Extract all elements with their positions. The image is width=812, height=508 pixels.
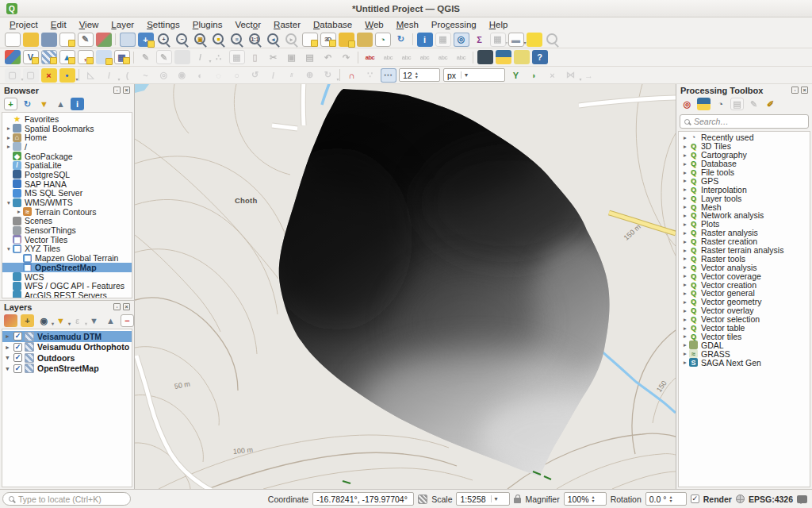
processing-python-button[interactable] bbox=[697, 98, 710, 110]
cut-features-button[interactable]: ✂ bbox=[266, 50, 282, 64]
lock-scale-icon[interactable] bbox=[514, 498, 521, 503]
zoom-native-resolution-button[interactable]: 1:1 bbox=[247, 33, 263, 47]
current-edits-button[interactable]: ✎ bbox=[138, 50, 154, 64]
toolbox-group[interactable]: ▸ ◔ Recently used bbox=[679, 133, 810, 142]
processing-history-button[interactable]: ◔ bbox=[714, 98, 727, 110]
zoom-in-button[interactable]: + bbox=[156, 33, 172, 47]
expander-icon[interactable]: ▸ bbox=[5, 134, 13, 141]
layer-labeling-single-button[interactable]: abc bbox=[381, 50, 396, 64]
expander-icon[interactable]: ▸ bbox=[681, 316, 689, 323]
toolbox-group[interactable]: ▸ GDAL bbox=[679, 341, 810, 349]
expander-icon[interactable]: ▸ bbox=[681, 177, 689, 184]
grass-tools-button[interactable] bbox=[514, 50, 530, 64]
cad-tools-button[interactable]: ◺ bbox=[83, 68, 99, 83]
browser-item[interactable]: ▸ ≈ Terrain Contours bbox=[2, 207, 132, 217]
browser-item[interactable]: ▸ Spatial Bookmarks bbox=[2, 124, 132, 133]
expander-icon[interactable]: ▸ bbox=[681, 194, 689, 202]
zoom-to-selection-button[interactable]: ■ bbox=[211, 33, 227, 47]
toolbox-group[interactable]: ▸ Q Vector analysis bbox=[679, 263, 810, 271]
menu-item[interactable]: Database bbox=[307, 19, 358, 30]
browser-item[interactable]: WCS bbox=[2, 272, 132, 282]
snapping-options-button[interactable]: ∩ bbox=[344, 68, 360, 83]
menu-item[interactable]: Processing bbox=[425, 19, 483, 30]
deselect-features-button[interactable]: × bbox=[41, 68, 57, 83]
menu-item[interactable]: Web bbox=[358, 19, 389, 30]
enable-tracing-button[interactable]: ◗ bbox=[527, 68, 542, 83]
magnifier-spinner[interactable]: 100% bbox=[564, 492, 607, 506]
layers-float-button[interactable] bbox=[113, 303, 121, 310]
offset-point-symbols-button[interactable]: → bbox=[581, 68, 597, 83]
expander-icon[interactable]: ▸ bbox=[681, 341, 689, 348]
processing-options-button[interactable]: ✐ bbox=[764, 98, 777, 110]
open-attribute-table-button[interactable]: ▦ bbox=[435, 33, 451, 47]
browser-close-button[interactable] bbox=[123, 87, 130, 94]
split-parts-button[interactable]: // bbox=[284, 68, 300, 83]
browser-item[interactable]: PostgreSQL bbox=[2, 170, 132, 179]
layer-labeling-button[interactable]: abc bbox=[362, 50, 378, 64]
rotate-feature-button[interactable]: ↻ bbox=[320, 68, 336, 83]
expander-icon[interactable]: ▸ bbox=[681, 203, 689, 210]
locator-search-input[interactable]: Type to locate (Ctrl+K) bbox=[2, 492, 131, 506]
menu-item[interactable]: Raster bbox=[267, 19, 307, 30]
expander-icon[interactable]: ▸ bbox=[681, 359, 689, 366]
symbol-size-spinner[interactable]: 12 bbox=[399, 68, 440, 82]
toolbox-group[interactable]: ▸ Q GPS bbox=[679, 176, 810, 185]
project-properties-button[interactable]: ✎ bbox=[78, 33, 94, 47]
toolbox-group[interactable]: ▸ Q 3D Tiles bbox=[679, 142, 810, 151]
zoom-to-layer-button[interactable]: ■ bbox=[229, 33, 245, 47]
layer-row[interactable]: ▾ Outdoors bbox=[2, 352, 132, 364]
copy-features-button[interactable]: ▣ bbox=[284, 50, 300, 64]
browser-item[interactable]: SensorThings bbox=[2, 225, 132, 235]
processing-float-button[interactable] bbox=[791, 87, 799, 94]
new-spatial-bookmark-button[interactable] bbox=[339, 33, 354, 47]
delete-selected-button[interactable]: ▯ bbox=[247, 50, 263, 64]
save-layer-edits-button[interactable] bbox=[174, 50, 190, 64]
digitize-button[interactable]: / bbox=[193, 50, 209, 64]
toolbox-group[interactable]: ▸ Q Raster creation bbox=[679, 237, 810, 246]
toolbox-group[interactable]: ▸ Q Network analysis bbox=[679, 211, 810, 220]
extents-icon[interactable] bbox=[418, 495, 427, 504]
add-ring-button[interactable]: ◎ bbox=[156, 68, 172, 83]
browser-item[interactable]: ▸ / bbox=[2, 142, 132, 152]
expander-icon[interactable]: ▸ bbox=[681, 264, 689, 271]
expander-icon[interactable]: ▸ bbox=[681, 152, 689, 159]
browser-item[interactable]: ▦ OpenStreetMap bbox=[2, 263, 132, 272]
browser-filter-button[interactable]: ▼ bbox=[37, 98, 51, 110]
expander-icon[interactable]: ▸ bbox=[681, 272, 689, 279]
expander-icon[interactable]: ▸ bbox=[4, 333, 11, 340]
layers-close-button[interactable] bbox=[123, 303, 130, 310]
toolbox-group[interactable]: ▸ Q Raster terrain analysis bbox=[679, 246, 810, 255]
add-postgis-layer-button[interactable] bbox=[96, 50, 112, 64]
expander-icon[interactable]: ▸ bbox=[681, 186, 689, 193]
add-group-button[interactable]: + bbox=[21, 314, 34, 327]
processing-models-button[interactable]: ◎ bbox=[680, 98, 694, 110]
spinner-arrows-icon[interactable] bbox=[416, 71, 418, 79]
redo-button[interactable]: ↷ bbox=[339, 50, 354, 64]
temporal-controller-button[interactable]: ◔ bbox=[375, 33, 391, 47]
menu-item[interactable]: Help bbox=[483, 19, 515, 30]
menu-item[interactable]: Settings bbox=[140, 19, 186, 30]
reverse-line-button[interactable]: ↺ bbox=[247, 68, 263, 83]
toolbox-group[interactable]: ▸ Q Vector overlay bbox=[679, 306, 810, 315]
field-calculator-button[interactable]: ▦ bbox=[490, 33, 506, 47]
expander-icon[interactable]: ▾ bbox=[4, 354, 11, 361]
expander-icon[interactable]: ▸ bbox=[681, 238, 689, 245]
expander-icon[interactable]: ▾ bbox=[5, 245, 13, 252]
browser-refresh-button[interactable]: ↻ bbox=[21, 98, 34, 110]
menu-item[interactable]: Vector bbox=[228, 19, 267, 30]
symbol-unit-combobox[interactable]: px bbox=[443, 68, 505, 82]
stream-digitizing-button[interactable]: ⋯ bbox=[381, 68, 396, 83]
browser-float-button[interactable] bbox=[113, 87, 121, 94]
browser-collapse-all-button[interactable]: ▲ bbox=[54, 98, 67, 110]
select-features-by-value-button[interactable]: ▢ bbox=[23, 68, 39, 83]
expander-icon[interactable]: ▸ bbox=[681, 229, 689, 237]
expander-icon[interactable]: ▸ bbox=[5, 143, 13, 150]
expand-all-layers-button[interactable]: ▼ bbox=[87, 314, 101, 327]
menu-item[interactable]: Project bbox=[3, 19, 44, 30]
toolbox-group[interactable]: ▸ Q Vector selection bbox=[679, 315, 810, 324]
new-3d-map-view-button[interactable]: 3D bbox=[320, 33, 336, 47]
browser-add-layer-button[interactable]: + bbox=[4, 98, 17, 110]
toolbox-group[interactable]: ▸ Q Plots bbox=[679, 220, 810, 229]
delete-ring-button[interactable]: ◌ bbox=[211, 68, 227, 83]
reshape-features-button[interactable]: / bbox=[102, 68, 117, 83]
